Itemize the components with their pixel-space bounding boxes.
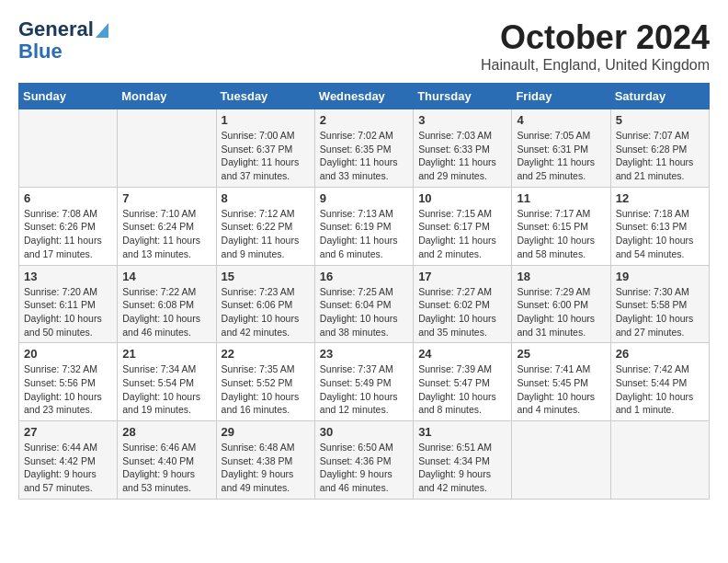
calendar-cell: 31Sunrise: 6:51 AM Sunset: 4:34 PM Dayli… xyxy=(414,421,512,500)
day-number: 28 xyxy=(122,425,210,439)
calendar-cell: 14Sunrise: 7:22 AM Sunset: 6:08 PM Dayli… xyxy=(118,265,216,343)
calendar-cell: 15Sunrise: 7:23 AM Sunset: 6:06 PM Dayli… xyxy=(216,265,314,343)
day-info: Sunrise: 6:44 AM Sunset: 4:42 PM Dayligh… xyxy=(24,441,112,495)
calendar-cell: 12Sunrise: 7:18 AM Sunset: 6:13 PM Dayli… xyxy=(610,187,709,265)
day-number: 10 xyxy=(418,191,506,205)
svg-marker-0 xyxy=(96,23,108,38)
calendar-cell: 9Sunrise: 7:13 AM Sunset: 6:19 PM Daylig… xyxy=(314,187,413,265)
calendar-cell: 11Sunrise: 7:17 AM Sunset: 6:15 PM Dayli… xyxy=(512,187,610,265)
calendar-cell: 10Sunrise: 7:15 AM Sunset: 6:17 PM Dayli… xyxy=(414,187,512,265)
day-header-wednesday: Wednesday xyxy=(314,84,413,109)
day-header-thursday: Thursday xyxy=(414,84,512,109)
day-info: Sunrise: 7:41 AM Sunset: 5:45 PM Dayligh… xyxy=(517,362,605,417)
day-number: 21 xyxy=(122,347,210,361)
day-number: 31 xyxy=(418,425,506,439)
calendar-cell: 13Sunrise: 7:20 AM Sunset: 6:11 PM Dayli… xyxy=(19,265,118,343)
day-number: 2 xyxy=(320,113,408,127)
calendar-cell: 26Sunrise: 7:42 AM Sunset: 5:44 PM Dayli… xyxy=(610,343,709,421)
logo: General Blue xyxy=(18,18,110,63)
calendar-cell: 18Sunrise: 7:29 AM Sunset: 6:00 PM Dayli… xyxy=(512,265,610,343)
calendar-week-2: 6Sunrise: 7:08 AM Sunset: 6:26 PM Daylig… xyxy=(19,187,710,265)
calendar-cell: 23Sunrise: 7:37 AM Sunset: 5:49 PM Dayli… xyxy=(314,343,413,421)
day-number: 22 xyxy=(222,347,310,361)
day-info: Sunrise: 7:30 AM Sunset: 5:58 PM Dayligh… xyxy=(616,285,704,339)
day-number: 23 xyxy=(320,347,408,361)
calendar-cell xyxy=(610,421,709,500)
day-number: 13 xyxy=(24,270,112,283)
day-number: 7 xyxy=(122,191,210,205)
day-number: 27 xyxy=(24,425,112,439)
day-number: 3 xyxy=(418,113,506,127)
calendar-cell: 1Sunrise: 7:00 AM Sunset: 6:37 PM Daylig… xyxy=(216,109,314,188)
day-info: Sunrise: 7:00 AM Sunset: 6:37 PM Dayligh… xyxy=(222,129,310,183)
calendar-cell: 17Sunrise: 7:27 AM Sunset: 6:02 PM Dayli… xyxy=(414,265,512,343)
day-header-tuesday: Tuesday xyxy=(216,84,314,109)
day-info: Sunrise: 6:48 AM Sunset: 4:38 PM Dayligh… xyxy=(222,441,310,495)
logo-arrow-icon xyxy=(94,19,110,40)
day-info: Sunrise: 7:32 AM Sunset: 5:56 PM Dayligh… xyxy=(24,362,112,417)
calendar-week-3: 13Sunrise: 7:20 AM Sunset: 6:11 PM Dayli… xyxy=(19,265,710,343)
day-info: Sunrise: 7:18 AM Sunset: 6:13 PM Dayligh… xyxy=(616,207,704,261)
day-info: Sunrise: 7:37 AM Sunset: 5:49 PM Dayligh… xyxy=(320,362,408,417)
calendar-cell: 20Sunrise: 7:32 AM Sunset: 5:56 PM Dayli… xyxy=(19,343,118,421)
day-number: 14 xyxy=(122,270,210,283)
calendar-cell: 22Sunrise: 7:35 AM Sunset: 5:52 PM Dayli… xyxy=(216,343,314,421)
day-number: 12 xyxy=(616,191,704,205)
calendar-week-1: 1Sunrise: 7:00 AM Sunset: 6:37 PM Daylig… xyxy=(19,109,710,188)
day-info: Sunrise: 6:46 AM Sunset: 4:40 PM Dayligh… xyxy=(122,441,210,495)
day-number: 5 xyxy=(616,113,704,127)
calendar-cell: 25Sunrise: 7:41 AM Sunset: 5:45 PM Dayli… xyxy=(512,343,610,421)
calendar-cell: 29Sunrise: 6:48 AM Sunset: 4:38 PM Dayli… xyxy=(216,421,314,500)
day-info: Sunrise: 7:25 AM Sunset: 6:04 PM Dayligh… xyxy=(320,285,408,339)
day-info: Sunrise: 7:07 AM Sunset: 6:28 PM Dayligh… xyxy=(616,129,704,183)
logo-line2: Blue xyxy=(18,40,63,63)
days-header-row: SundayMondayTuesdayWednesdayThursdayFrid… xyxy=(19,84,710,109)
calendar-cell: 6Sunrise: 7:08 AM Sunset: 6:26 PM Daylig… xyxy=(19,187,118,265)
day-info: Sunrise: 7:20 AM Sunset: 6:11 PM Dayligh… xyxy=(24,285,112,339)
day-info: Sunrise: 7:10 AM Sunset: 6:24 PM Dayligh… xyxy=(122,207,210,261)
month-title: October 2024 xyxy=(481,18,710,57)
calendar-cell xyxy=(512,421,610,500)
calendar-cell: 27Sunrise: 6:44 AM Sunset: 4:42 PM Dayli… xyxy=(19,421,118,500)
day-number: 19 xyxy=(616,270,704,283)
calendar-table: SundayMondayTuesdayWednesdayThursdayFrid… xyxy=(18,83,710,500)
day-header-monday: Monday xyxy=(118,84,216,109)
calendar-cell: 2Sunrise: 7:02 AM Sunset: 6:35 PM Daylig… xyxy=(314,109,413,188)
day-info: Sunrise: 7:29 AM Sunset: 6:00 PM Dayligh… xyxy=(517,285,605,339)
logo-text-blue: Blue xyxy=(18,40,63,63)
day-number: 25 xyxy=(517,347,605,361)
day-info: Sunrise: 6:50 AM Sunset: 4:36 PM Dayligh… xyxy=(320,441,408,495)
day-info: Sunrise: 7:02 AM Sunset: 6:35 PM Dayligh… xyxy=(320,129,408,183)
day-number: 18 xyxy=(517,270,605,283)
day-number: 9 xyxy=(320,191,408,205)
day-info: Sunrise: 7:17 AM Sunset: 6:15 PM Dayligh… xyxy=(517,207,605,261)
day-number: 8 xyxy=(222,191,310,205)
calendar-cell: 4Sunrise: 7:05 AM Sunset: 6:31 PM Daylig… xyxy=(512,109,610,188)
day-number: 26 xyxy=(616,347,704,361)
day-info: Sunrise: 7:03 AM Sunset: 6:33 PM Dayligh… xyxy=(418,129,506,183)
day-info: Sunrise: 7:08 AM Sunset: 6:26 PM Dayligh… xyxy=(24,207,112,261)
day-header-saturday: Saturday xyxy=(610,84,709,109)
day-info: Sunrise: 6:51 AM Sunset: 4:34 PM Dayligh… xyxy=(418,441,506,495)
day-number: 16 xyxy=(320,270,408,283)
calendar-week-4: 20Sunrise: 7:32 AM Sunset: 5:56 PM Dayli… xyxy=(19,343,710,421)
day-info: Sunrise: 7:12 AM Sunset: 6:22 PM Dayligh… xyxy=(222,207,310,261)
page-header: General Blue October 2024 Hainault, Engl… xyxy=(18,18,710,74)
calendar-cell: 28Sunrise: 6:46 AM Sunset: 4:40 PM Dayli… xyxy=(118,421,216,500)
day-number: 1 xyxy=(222,113,310,127)
day-info: Sunrise: 7:13 AM Sunset: 6:19 PM Dayligh… xyxy=(320,207,408,261)
calendar-cell xyxy=(118,109,216,188)
location-subtitle: Hainault, England, United Kingdom xyxy=(481,57,710,74)
calendar-cell: 8Sunrise: 7:12 AM Sunset: 6:22 PM Daylig… xyxy=(216,187,314,265)
day-number: 15 xyxy=(222,270,310,283)
calendar-cell: 3Sunrise: 7:03 AM Sunset: 6:33 PM Daylig… xyxy=(414,109,512,188)
day-info: Sunrise: 7:23 AM Sunset: 6:06 PM Dayligh… xyxy=(222,285,310,339)
calendar-cell: 24Sunrise: 7:39 AM Sunset: 5:47 PM Dayli… xyxy=(414,343,512,421)
calendar-cell: 21Sunrise: 7:34 AM Sunset: 5:54 PM Dayli… xyxy=(118,343,216,421)
calendar-cell: 19Sunrise: 7:30 AM Sunset: 5:58 PM Dayli… xyxy=(610,265,709,343)
day-info: Sunrise: 7:05 AM Sunset: 6:31 PM Dayligh… xyxy=(517,129,605,183)
calendar-cell: 16Sunrise: 7:25 AM Sunset: 6:04 PM Dayli… xyxy=(314,265,413,343)
day-number: 24 xyxy=(418,347,506,361)
day-header-sunday: Sunday xyxy=(19,84,118,109)
day-info: Sunrise: 7:39 AM Sunset: 5:47 PM Dayligh… xyxy=(418,362,506,417)
